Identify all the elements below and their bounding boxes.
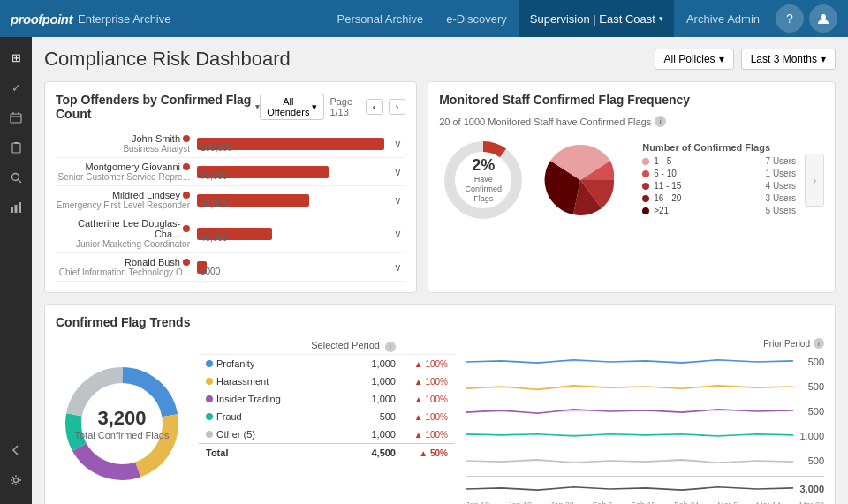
- sparkline-row: 500: [466, 400, 824, 423]
- prior-period-label: Prior Period: [763, 339, 810, 349]
- svg-rect-6: [14, 142, 19, 144]
- trend-dot: [206, 431, 213, 438]
- top-offenders-card: Top Offenders by Confirmed Flag Count ▾ …: [44, 81, 417, 293]
- sidebar-item-calendar[interactable]: [3, 104, 29, 131]
- all-offenders-btn[interactable]: All Offenders ▾: [260, 94, 324, 120]
- table-row: Fraud 500 ▲ 100%: [199, 408, 455, 425]
- trend-dot: [206, 360, 213, 367]
- total-sparkline-row: 3,000: [466, 476, 824, 499]
- sparklines: 500 500 500: [466, 350, 824, 499]
- flag-dot: [183, 135, 190, 142]
- trends-donut-sub: Total Confirmed Flags: [75, 430, 170, 440]
- donut-chart: 2% Have ConfirmedFlags: [439, 136, 527, 224]
- trends-donut-number: 3,200: [75, 407, 170, 430]
- help-button[interactable]: ?: [776, 4, 804, 33]
- list-item: >21 5 Users: [642, 206, 796, 215]
- expand-btn[interactable]: ∨: [390, 136, 405, 152]
- prev-page-btn[interactable]: ‹: [366, 99, 383, 115]
- policies-filter[interactable]: All Policies ▾: [655, 49, 734, 70]
- legend-dot: [642, 207, 649, 214]
- table-row: Catherine Lee Douglas-Cha... Junior Mark…: [56, 214, 405, 253]
- trend-dot: [206, 395, 213, 402]
- confirmed-flag-trends-card: Confirmed Flag Trends: [44, 304, 836, 504]
- sidebar-item-search[interactable]: [3, 164, 29, 191]
- trends-donut: 3,200 Total Confirmed Flags: [56, 338, 188, 504]
- list-item: 1 - 5 7 Users: [642, 156, 796, 166]
- sidebar-item-clipboard[interactable]: [3, 134, 29, 161]
- legend-title: Number of Confirmed Flags: [642, 142, 796, 153]
- donut-pct: 2%: [461, 156, 505, 175]
- page-header: Compliance Risk Dashboard All Policies ▾…: [44, 48, 836, 71]
- sidebar: ⊞ ✓: [0, 37, 32, 504]
- svg-rect-9: [11, 207, 13, 213]
- sparkline-chart-area: Prior Period i 500: [466, 338, 824, 504]
- nav-supervision[interactable]: Supervision | East Coast ▾: [519, 0, 674, 37]
- table-row: Profanity 1,000 ▲ 100%: [199, 354, 455, 372]
- sidebar-item-settings[interactable]: [3, 467, 29, 493]
- legend-dot: [642, 183, 649, 190]
- flag-dot: [183, 259, 190, 266]
- topnav: proofpoint Enterprise Archive Personal A…: [0, 0, 848, 37]
- svg-line-8: [18, 179, 21, 183]
- brand: proofpoint Enterprise Archive: [11, 11, 170, 26]
- user-button[interactable]: [809, 4, 837, 33]
- nav-personal-archive[interactable]: Personal Archive: [327, 0, 435, 37]
- period-filter[interactable]: Last 3 Months ▾: [741, 49, 836, 70]
- flag-freq-title: Monitored Staff Confirmed Flag Frequency: [439, 93, 690, 107]
- trend-dot: [206, 413, 213, 420]
- svg-point-7: [11, 173, 19, 180]
- list-item: 11 - 15 4 Users: [642, 181, 796, 191]
- expand-btn[interactable]: ∨: [390, 226, 405, 242]
- info-icon: i: [814, 338, 824, 349]
- table-row: Mildred Lindsey Emergency First Level Re…: [56, 186, 405, 214]
- trends-body: 3,200 Total Confirmed Flags Selected Per…: [56, 338, 824, 504]
- info-icon: i: [655, 116, 666, 127]
- svg-rect-5: [12, 143, 20, 153]
- flag-freq-subtitle: 20 of 1000 Monitored Staff have Confirme…: [439, 116, 824, 127]
- flag-freq-body: 2% Have ConfirmedFlags: [439, 136, 824, 224]
- main-content: Compliance Risk Dashboard All Policies ▾…: [32, 37, 848, 504]
- freq-next-arrow[interactable]: ›: [805, 154, 824, 207]
- nav-ediscovery[interactable]: e-Discovery: [435, 0, 518, 37]
- next-page-btn[interactable]: ›: [389, 99, 406, 115]
- expand-btn[interactable]: ∨: [390, 192, 405, 208]
- sidebar-item-check[interactable]: ✓: [3, 74, 29, 101]
- sidebar-item-chart[interactable]: [3, 194, 29, 221]
- supervision-caret-icon: ▾: [659, 14, 663, 23]
- nav-links: Personal Archive e-Discovery Supervision…: [188, 0, 837, 37]
- expand-btn[interactable]: ∨: [390, 164, 405, 180]
- trends-table-wrap: Selected Period i Profanity 1,000 ▲ 100%: [199, 338, 455, 504]
- expand-btn[interactable]: ∨: [390, 260, 405, 275]
- list-item: 16 - 20 3 Users: [642, 193, 796, 203]
- svg-rect-11: [19, 202, 21, 213]
- trends-title: Confirmed Flag Trends: [56, 315, 824, 329]
- donut-sub: Have ConfirmedFlags: [461, 175, 505, 203]
- sparkline-row: 500: [466, 350, 824, 373]
- sparkline-row: 500: [466, 375, 824, 398]
- list-item: 6 - 10 1 Users: [642, 169, 796, 178]
- offenders-list: John Smith Business Analyst 100,000 ∨ Mo…: [56, 130, 405, 282]
- flag-dot: [183, 192, 190, 199]
- totals-row: Total 4,500 ▲ 50%: [199, 443, 455, 462]
- sidebar-item-back[interactable]: [3, 437, 29, 463]
- svg-rect-10: [15, 205, 18, 213]
- trend-dot: [206, 378, 213, 385]
- top-cards-row: Top Offenders by Confirmed Flag Count ▾ …: [44, 81, 836, 293]
- page-title: Compliance Risk Dashboard: [44, 48, 291, 71]
- top-offenders-title[interactable]: Top Offenders by Confirmed Flag Count ▾: [56, 93, 260, 121]
- top-offenders-controls: All Offenders ▾ Page 1/13 ‹ ›: [260, 94, 405, 120]
- legend-dot: [642, 158, 649, 165]
- legend-dot: [642, 170, 649, 177]
- flag-dot: [183, 163, 190, 170]
- policies-caret-icon: ▾: [719, 53, 724, 65]
- table-row: John Smith Business Analyst 100,000 ∨: [56, 130, 405, 158]
- nav-archive-admin[interactable]: Archive Admin: [676, 0, 770, 37]
- svg-point-12: [14, 478, 19, 483]
- sidebar-item-grid[interactable]: ⊞: [3, 44, 29, 71]
- top-offenders-header: Top Offenders by Confirmed Flag Count ▾ …: [56, 93, 405, 121]
- layout: ⊞ ✓ Compliance Risk Dashboard A: [0, 37, 848, 504]
- app-name: Enterprise Archive: [78, 12, 171, 26]
- table-row: Insider Trading 1,000 ▲ 100%: [199, 390, 455, 408]
- legend: Number of Confirmed Flags 1 - 5 7 Users …: [642, 142, 796, 218]
- page-label: Page 1/13: [329, 96, 360, 117]
